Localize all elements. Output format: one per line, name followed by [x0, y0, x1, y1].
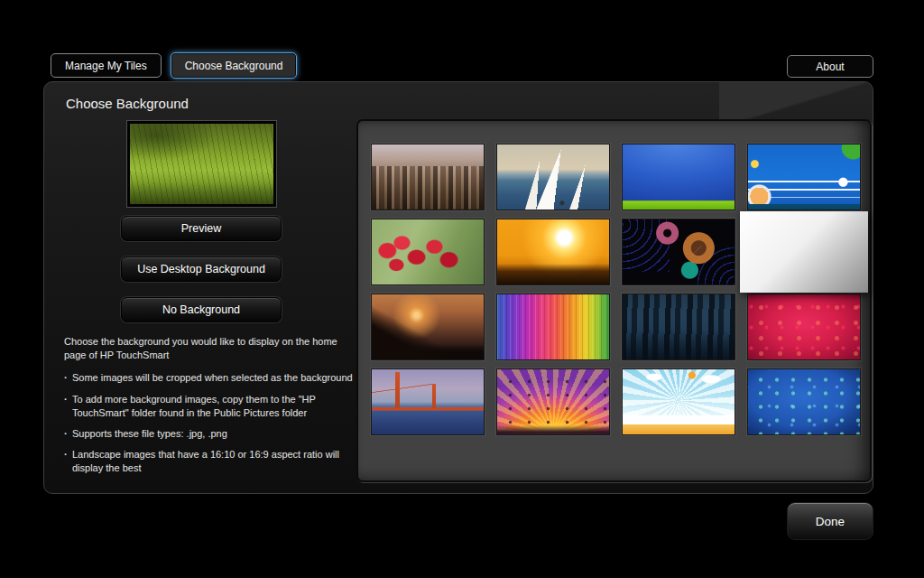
thumbnail-golden-gate-bridge[interactable]: [371, 368, 485, 435]
thumbnail-coastal-dusk[interactable]: [371, 294, 485, 360]
instructions: Choose the background you would like to …: [64, 335, 362, 482]
background-grid: [358, 121, 870, 435]
tab-manage-my-tiles[interactable]: Manage My Tiles: [51, 53, 162, 78]
preview-button[interactable]: Preview: [121, 216, 282, 241]
instruction-bullet: Landscape images that have a 16:10 or 16…: [64, 448, 362, 475]
use-desktop-background-button[interactable]: Use Desktop Background: [121, 256, 282, 282]
thumbnail-sailboats[interactable]: [496, 144, 610, 210]
instruction-bullets: Some images will be cropped when selecte…: [64, 371, 362, 475]
thumbnail-city-skyline[interactable]: [371, 144, 485, 210]
thumbnail-blue-meadow[interactable]: [622, 144, 735, 210]
page-title: Choose Background: [66, 96, 189, 111]
preview-image: [127, 121, 276, 207]
thumbnail-golden-sunset[interactable]: [496, 219, 610, 285]
instructions-intro: Choose the background you would like to …: [64, 335, 362, 362]
thumbnail-night-forest[interactable]: [622, 294, 735, 360]
thumbnail-blue-sparkles[interactable]: [747, 368, 861, 435]
thumbnail-firework-dots[interactable]: [622, 219, 735, 285]
tab-bar: Manage My TilesChoose Background: [51, 52, 297, 79]
no-background-button[interactable]: No Background: [121, 297, 282, 322]
background-grid-box: [356, 119, 872, 482]
instruction-bullet: Supports these file types: .jpg, .png: [64, 427, 362, 441]
instruction-bullet: Some images will be cropped when selecte…: [64, 371, 362, 385]
about-button[interactable]: About: [787, 55, 873, 78]
thumbnail-rainbow-stripes[interactable]: [496, 294, 610, 360]
tab-choose-background[interactable]: Choose Background: [171, 52, 298, 79]
instruction-bullet: To add more background images, copy them…: [64, 393, 362, 420]
thumbnail-sunburst-birds[interactable]: [496, 368, 610, 435]
choose-background-panel: Choose Background PreviewUse Desktop Bac…: [43, 81, 873, 494]
thumbnail-red-tulips[interactable]: [371, 219, 485, 285]
done-button[interactable]: Done: [787, 502, 873, 540]
thumbnail-pink-hearts[interactable]: [747, 294, 861, 360]
thumbnail-sky-balloons[interactable]: [622, 368, 735, 435]
preview-actions: PreviewUse Desktop BackgroundNo Backgrou…: [121, 216, 282, 322]
thumbnail-cartoon-ocean[interactable]: [747, 144, 861, 210]
thumbnail-green-grass[interactable]: [747, 219, 861, 285]
